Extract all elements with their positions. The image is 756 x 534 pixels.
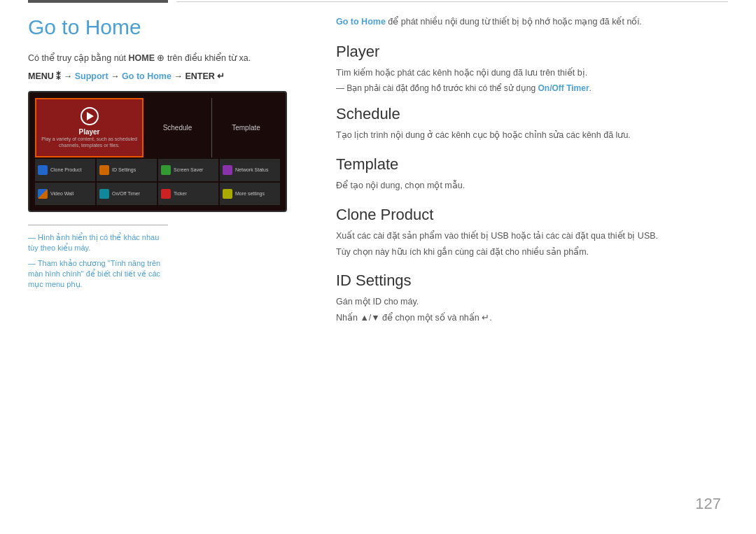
section-title-template: Template [336, 155, 728, 174]
screen-saver-icon [161, 165, 171, 175]
section-body-id-1: Gán một ID cho máy. [336, 295, 728, 309]
top-rule [0, 0, 756, 3]
tv-grid-cell-onoff: On/Off Timer [97, 183, 157, 205]
ticker-label: Ticker [174, 191, 187, 197]
tv-template-label: Template [232, 124, 260, 132]
more-settings-icon [223, 189, 232, 199]
tv-grid-cell-ticker: Ticker [158, 183, 218, 205]
section-title-player: Player [336, 43, 728, 61]
tv-grid-cell-clone: Clone Product [35, 159, 95, 181]
rule-left [28, 0, 168, 3]
tv-player-cell: Player Play a variety of content, such a… [35, 98, 144, 157]
section-title-schedule: Schedule [336, 105, 728, 123]
section-body-id-2: Nhấn ▲/▼ để chọn một số và nhấn ↵. [336, 311, 728, 325]
section-body-clone-1: Xuất các cài đặt sản phẩm vào thiết bị U… [336, 230, 728, 243]
section-body-player: Tìm kiếm hoặc phát các kênh hoặc nội dun… [336, 66, 728, 80]
access-note: Có thể truy cập bằng nút HOME ⊕ trên điề… [28, 52, 301, 65]
tv-grid-cell-more: More settings [220, 183, 280, 205]
tv-schedule-label: Schedule [163, 124, 192, 132]
page-title: Go to Home [28, 15, 301, 39]
rule-right [176, 1, 728, 2]
screen-saver-label: Screen Saver [174, 167, 203, 173]
footnotes: Hình ảnh hiển thị có thể khác nhau tùy t… [28, 225, 168, 290]
section-body-schedule: Tạo lịch trình nội dung ở các kênh cục b… [336, 129, 728, 142]
left-column: Go to Home Có thể truy cập bằng nút HOME… [28, 10, 322, 328]
tv-player-sub: Play a variety of content, such as sched… [41, 136, 138, 148]
more-settings-label: More settings [235, 191, 265, 197]
tv-screen-mockup: Player Play a variety of content, such a… [28, 91, 287, 212]
tv-template-cell: Template [212, 98, 280, 157]
tv-player-label: Player [78, 128, 99, 136]
right-column: Go to Home để phát nhiều nội dung từ thi… [322, 10, 728, 328]
play-triangle-icon [87, 112, 94, 120]
section-body-template: Để tạo nội dung, chọn một mẫu. [336, 179, 728, 192]
onoff-timer-icon [99, 189, 109, 199]
tv-schedule-cell: Schedule [144, 98, 212, 157]
onoff-timer-label: On/Off Timer [112, 191, 140, 197]
video-wall-label: Video Wall [50, 191, 74, 197]
network-status-label: Network Status [235, 167, 268, 173]
section-note-player: Bạn phải cài đặt đồng hồ trước khi có th… [336, 83, 728, 94]
video-wall-icon [38, 189, 48, 199]
clone-label: Clone Product [50, 167, 81, 173]
section-title-id-settings: ID Settings [336, 272, 728, 290]
tv-grid-cell-screen: Screen Saver [158, 159, 218, 181]
ticker-icon [161, 189, 171, 199]
tv-bottom-grid: Clone Product ID Settings Screen Saver N… [35, 159, 280, 205]
tv-grid-cell-video: Video Wall [35, 183, 95, 205]
page-number: 127 [695, 495, 721, 513]
tv-play-icon [80, 107, 99, 125]
section-body-clone-2: Tùy chọn này hữu ích khi gắn cùng cài đặ… [336, 246, 728, 259]
id-settings-icon [99, 165, 109, 175]
id-settings-label: ID Settings [112, 167, 136, 173]
tv-grid-cell-network: Network Status [220, 159, 280, 181]
section-title-clone: Clone Product [336, 206, 728, 224]
right-intro: Go to Home để phát nhiều nội dung từ thi… [336, 15, 728, 29]
menu-path: MENU ⁑ → Support → Go to Home → ENTER ↵ [28, 71, 301, 81]
onoff-timer-link: On/Off Timer [538, 83, 589, 93]
clone-product-icon [38, 165, 48, 175]
tv-grid-cell-id: ID Settings [97, 159, 157, 181]
go-to-home-link: Go to Home [336, 17, 386, 27]
footnote-2: Tham khảo chương "Tính năng trên màn hìn… [28, 258, 168, 290]
network-status-icon [223, 165, 232, 175]
footnote-1: Hình ảnh hiển thị có thể khác nhau tùy t… [28, 232, 168, 254]
